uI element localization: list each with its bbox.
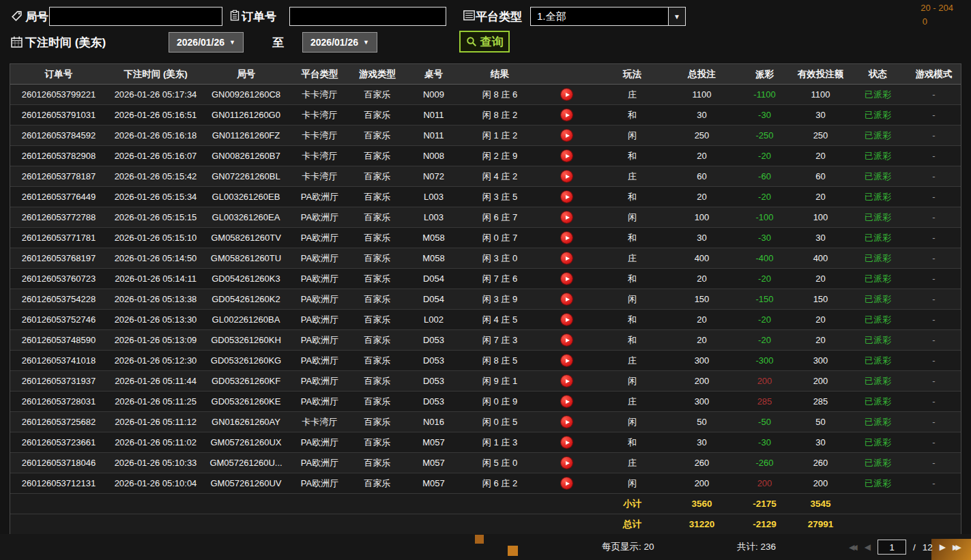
table-row: 2601260537410182026-01-26 05:12:30GD0532… (10, 351, 961, 371)
cell: 30 (667, 228, 737, 248)
cell: N009 (403, 85, 464, 104)
cell: 60 (792, 166, 849, 186)
replay-button[interactable] (561, 109, 573, 121)
cell: 260126053760723 (10, 269, 107, 289)
column-header: 平台类型 (288, 64, 351, 84)
query-button[interactable]: 查询 (459, 31, 510, 53)
cell: 260126053754228 (10, 289, 107, 309)
cell (403, 494, 464, 514)
cell: 百家乐 (351, 310, 403, 329)
cell: 20 (667, 187, 737, 207)
cell: N016 (403, 412, 464, 432)
first-page-icon[interactable]: ◀◀ (849, 544, 858, 551)
cell: - (907, 473, 961, 493)
cell: 百家乐 (351, 228, 403, 248)
table-row: 2601260537717812026-01-26 05:15:10GM0582… (10, 228, 961, 248)
round-id-input[interactable] (49, 7, 222, 26)
cell: 已派彩 (849, 473, 907, 493)
replay-cell (536, 207, 598, 227)
replay-button[interactable] (561, 293, 573, 305)
cell (536, 514, 598, 534)
page-number-input[interactable] (878, 540, 906, 555)
cell: 和 (598, 269, 667, 289)
cell: 260126053731937 (10, 371, 107, 391)
play-icon (566, 441, 570, 445)
chevron-down-icon: ▼ (363, 39, 369, 46)
cell: 闲 7 庄 3 (464, 330, 536, 350)
cell: GN009261260C8 (204, 85, 288, 104)
replay-button[interactable] (561, 130, 573, 141)
cell: 260126053782908 (10, 146, 107, 166)
date-from-picker[interactable]: 2026/01/26▼ (169, 32, 244, 53)
background-artifact (508, 546, 518, 556)
last-page-icon[interactable]: ▶▶ (953, 544, 961, 551)
cell: 百家乐 (351, 85, 403, 104)
cell: 250 (667, 126, 737, 145)
next-page-icon[interactable]: ▶ (940, 543, 946, 551)
cell: -30 (737, 432, 792, 452)
cell: 260126053723661 (10, 432, 107, 452)
cell: 已派彩 (849, 248, 907, 268)
cell: 闲 4 庄 5 (464, 310, 536, 329)
cell: 1100 (792, 85, 849, 104)
play-icon (566, 154, 570, 158)
replay-button[interactable] (561, 334, 573, 346)
order-id-input[interactable] (289, 7, 446, 26)
column-header: 状态 (849, 64, 907, 84)
play-icon (566, 359, 570, 363)
replay-button[interactable] (561, 396, 573, 407)
cell: 百家乐 (351, 269, 403, 289)
cell: 260126053748590 (10, 330, 107, 350)
table-row: 2601260537485902026-01-26 05:13:09GD0532… (10, 330, 961, 351)
cell: 285 (737, 392, 792, 411)
cell: 200 (667, 371, 737, 391)
footer-bar: 每页显示: 20 共计: 236 ◀◀ ◀ / 12 ▶ ▶▶ (0, 534, 971, 560)
cell: 卡卡湾厅 (288, 412, 351, 432)
replay-cell (536, 371, 598, 391)
replay-button[interactable] (561, 477, 573, 489)
cell: 260126053778187 (10, 166, 107, 186)
table-row: 2601260537319372026-01-26 05:11:44GD0532… (10, 371, 961, 392)
play-icon (566, 379, 570, 383)
replay-button[interactable] (561, 273, 573, 284)
cell: GL003261260EB (204, 187, 288, 207)
replay-cell (536, 351, 598, 370)
cell: 2026-01-26 05:11:02 (107, 432, 204, 452)
replay-button[interactable] (561, 89, 573, 100)
column-header: 总投注 (667, 64, 737, 84)
cell: 和 (598, 187, 667, 207)
replay-cell (536, 392, 598, 411)
replay-button[interactable] (561, 211, 573, 223)
cell: 100 (667, 207, 737, 227)
cell: 250 (792, 126, 849, 145)
cell: GM057261260UV (204, 473, 288, 493)
play-icon (566, 420, 570, 424)
replay-button[interactable] (561, 171, 573, 182)
replay-button[interactable] (561, 457, 573, 469)
cell: GD053261260KG (204, 351, 288, 370)
replay-button[interactable] (561, 375, 573, 387)
cell: 20 (667, 269, 737, 289)
replay-button[interactable] (561, 437, 573, 448)
replay-button[interactable] (561, 191, 573, 203)
replay-button[interactable] (561, 150, 573, 162)
cell: 百家乐 (351, 412, 403, 432)
replay-button[interactable] (561, 232, 573, 244)
replay-button[interactable] (561, 416, 573, 428)
cell: - (907, 166, 961, 186)
replay-button[interactable] (561, 355, 573, 366)
platform-type-select[interactable]: 1.全部 ▼ (530, 7, 686, 26)
background-artifact-text: 0 (923, 16, 927, 27)
replay-button[interactable] (561, 314, 573, 325)
cell: D053 (403, 371, 464, 391)
play-icon (566, 195, 570, 199)
cell: 200 (737, 473, 792, 493)
cell: 20 (667, 310, 737, 329)
replay-button[interactable] (561, 252, 573, 264)
cell: 卡卡湾厅 (288, 166, 351, 186)
prev-page-icon[interactable]: ◀ (865, 543, 871, 551)
cell (403, 514, 464, 534)
cell (107, 514, 204, 534)
date-to-picker[interactable]: 2026/01/26▼ (302, 32, 377, 53)
table-row: 2601260537764492026-01-26 05:15:34GL0032… (10, 187, 961, 207)
